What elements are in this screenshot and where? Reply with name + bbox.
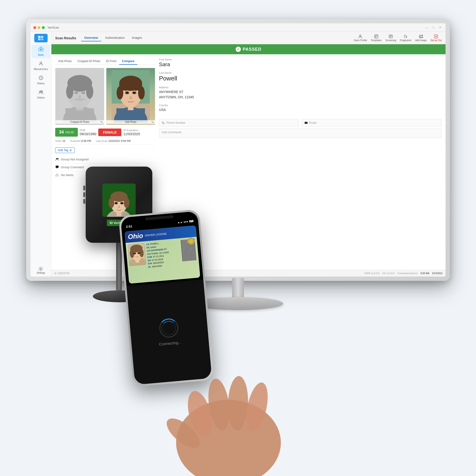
expand-visit-photo-icon[interactable]: ⤡ <box>151 120 154 124</box>
visit-face-svg <box>112 70 150 122</box>
phone-time: 2:51 <box>126 224 132 228</box>
toolbar-actions: Open Profile Templates Screening <box>354 34 442 42</box>
svg-point-41 <box>56 158 57 159</box>
set-as-out-label: Set as Out <box>430 39 442 42</box>
sidebar-item-visitors[interactable]: Visitors <box>32 87 50 101</box>
settings-icon <box>38 266 43 272</box>
sidebar-item-manual-entry[interactable]: Manual Entry <box>32 59 50 72</box>
add-tag-button[interactable]: Add Tag <box>55 147 75 153</box>
passed-banner: ✓ PASSED <box>51 44 445 54</box>
svg-point-40 <box>133 92 136 94</box>
connected-devices: Connected devices <box>397 272 418 275</box>
svg-point-24 <box>86 85 93 99</box>
svg-rect-2 <box>38 38 40 40</box>
tab-images[interactable]: Images <box>129 34 145 41</box>
fingerprint-icon <box>403 34 408 38</box>
add-image-icon <box>419 34 423 38</box>
first-name-value: Sara <box>159 61 442 68</box>
maximize-button[interactable] <box>42 26 45 29</box>
minimize-button[interactable] <box>38 26 40 29</box>
group-row[interactable]: Group Not Assigned <box>55 155 155 163</box>
stats-row: Visits 23 Scanned 8:58 PM Last Scan 2/20… <box>55 139 155 144</box>
svg-point-44 <box>57 176 57 176</box>
manual-entry-icon <box>38 61 44 67</box>
svg-point-71 <box>162 413 204 453</box>
sidebar-settings[interactable]: Settings <box>36 266 45 274</box>
visit-comments-placeholder: Visit Comments <box>162 131 182 134</box>
svg-rect-3 <box>41 38 43 40</box>
svg-point-42 <box>57 158 59 159</box>
wifi-icon: ▲▲ <box>177 221 183 224</box>
visits-value: 23 <box>62 139 65 142</box>
visit-photo-face <box>106 68 155 125</box>
country-label: Country <box>159 104 442 107</box>
tab-overview[interactable]: Overview <box>81 34 102 41</box>
scanned-value: 8:58 PM <box>81 139 91 142</box>
svg-point-11 <box>360 35 361 37</box>
last-name-section: Last Name Powell <box>159 71 442 82</box>
email-icon <box>305 121 308 124</box>
add-tag-label: Add Tag <box>58 149 68 152</box>
expand-id-photo-icon[interactable]: ⤡ <box>100 120 103 124</box>
svg-rect-43 <box>56 166 59 168</box>
visit-comments[interactable]: Visit Comments <box>159 129 442 138</box>
email-field[interactable]: Email <box>302 119 442 127</box>
add-image-label: Add Image <box>415 39 426 42</box>
open-profile-action[interactable]: Open Profile <box>354 34 367 42</box>
score-row: 34 VALID DOB 09/16/1990 FEMALE <box>55 128 155 136</box>
footer-time: 8:00 AM <box>421 272 429 275</box>
dl-state-name: Ohio <box>128 232 143 241</box>
fingerprint-action[interactable]: Fingerprint <box>400 34 411 42</box>
footer-date: 6/24/2021 <box>432 272 443 275</box>
add-image-action[interactable]: Add Image <box>415 34 426 42</box>
sidebar-item-history[interactable]: History <box>32 73 50 87</box>
svg-point-15 <box>420 36 421 37</box>
set-as-out-action[interactable]: Set as Out <box>430 34 442 42</box>
phone-outer: 2:51 ▲▲ ●●● ▮▮▮ Ohio DRIVER LICENSE <box>119 209 214 387</box>
svg-rect-1 <box>41 36 43 38</box>
sidebar-item-scan[interactable]: Scan <box>32 45 50 58</box>
phone-field[interactable]: Phone Number <box>159 119 299 127</box>
photo-tab-id-front[interactable]: ID Front <box>103 58 119 65</box>
photo-tab-visit[interactable]: Visit Photo <box>55 58 74 65</box>
phone-status-icons: ▲▲ ●●● ▮▮▮ <box>177 219 193 224</box>
title-controls: — □ ✕ <box>424 25 443 30</box>
battery-icon: ▮▮▮ <box>189 220 193 223</box>
svg-point-70 <box>242 381 272 433</box>
minimize-ctrl[interactable]: — <box>424 26 429 30</box>
toolbar: Scan Results Overview Authentication Ima… <box>51 32 445 44</box>
expiry-value: 11/03/2025 <box>123 132 140 136</box>
id-photo-box: Cropped ID Photo ⤡ <box>55 68 104 125</box>
maximize-ctrl[interactable]: □ <box>431 26 436 30</box>
history-icon <box>38 75 44 82</box>
close-button[interactable] <box>33 26 36 29</box>
sidebar-logo <box>34 34 48 42</box>
svg-rect-13 <box>389 35 392 38</box>
scanned-stat: Scanned 8:58 PM <box>70 139 91 142</box>
kiosk-btn-2 <box>83 192 85 197</box>
svg-point-25 <box>74 92 78 94</box>
sidebar-item-manual-label: Manual Entry <box>34 68 48 70</box>
toolbar-tabs: Overview Authentication Images <box>81 34 145 41</box>
expiry-label: ID Expiration <box>123 129 140 132</box>
close-ctrl[interactable]: ✕ <box>438 25 443 30</box>
visits-label: Visits <box>55 139 61 142</box>
phone-device: 2:51 ▲▲ ●●● ▮▮▮ Ohio DRIVER LICENSE <box>119 208 224 396</box>
score-badge: 34 VALID <box>55 128 78 136</box>
expiry-section: ID Expiration 11/03/2025 <box>123 129 140 136</box>
sidebar-item-scan-label: Scan <box>38 53 44 56</box>
address-line1: ANYWHERE ST <box>159 89 442 95</box>
dl-type: DRIVER LICENSE <box>145 232 167 237</box>
tab-authentication[interactable]: Authentication <box>102 34 128 41</box>
svg-point-10 <box>40 268 41 270</box>
svg-point-51 <box>108 198 114 208</box>
screening-label: Screening <box>386 39 396 42</box>
kiosk-stand-neck <box>116 243 122 290</box>
svg-point-39 <box>126 92 128 94</box>
photo-tab-compare[interactable]: Compare <box>119 58 137 65</box>
photo-tab-cropped[interactable]: Cropped ID Photo <box>74 58 103 65</box>
svg-rect-0 <box>38 36 40 38</box>
alert-icon <box>55 173 59 177</box>
templates-action[interactable]: Templates <box>371 34 382 42</box>
screening-action[interactable]: Screening <box>386 34 396 42</box>
